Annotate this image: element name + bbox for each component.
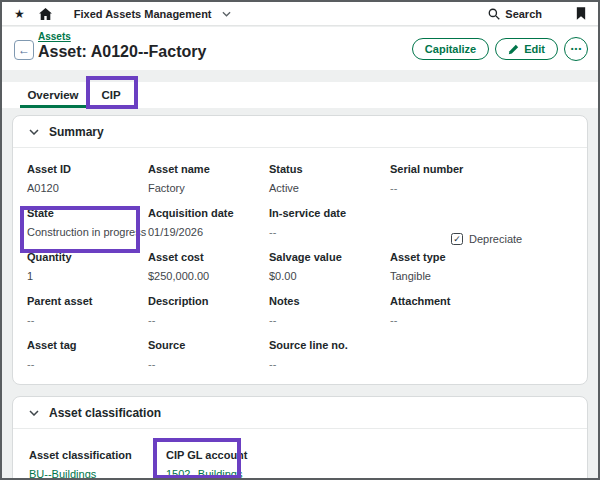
field-source-line-no: Source line no. --: [269, 339, 390, 383]
more-actions-button[interactable]: •••: [564, 37, 588, 61]
chevron-down-icon: [29, 410, 39, 416]
capitalize-button[interactable]: Capitalize: [412, 38, 489, 60]
field-label: Asset cost: [148, 251, 269, 263]
summary-field-grid: Asset ID A0120 Asset name Factory Status…: [13, 148, 587, 383]
field-value: $0.00: [269, 270, 390, 282]
field-value: --: [390, 314, 573, 326]
field-serial-number: Serial number --: [390, 163, 573, 207]
tab-bar: Overview CIP: [2, 82, 598, 108]
field-value: --: [390, 182, 573, 194]
depreciate-checkbox[interactable]: ✓: [451, 233, 463, 245]
field-parent-asset: Parent asset --: [27, 295, 148, 339]
tab-cip-label: CIP: [101, 89, 120, 101]
field-asset-classification: Asset classification BU--Buildings: [29, 449, 166, 480]
field-label: Asset type: [390, 251, 573, 263]
summary-title: Summary: [49, 125, 104, 139]
summary-section-header[interactable]: Summary: [13, 116, 587, 148]
field-label: CIP GL account: [166, 449, 571, 461]
breadcrumb-assets-link[interactable]: Assets: [38, 31, 71, 42]
top-navigation-bar: ★ Fixed Assets Management Search: [2, 2, 598, 26]
field-description: Description --: [148, 295, 269, 339]
asset-classification-title: Asset classification: [49, 406, 161, 420]
field-value: Construction in progress: [27, 226, 148, 238]
bookmark-icon[interactable]: [576, 7, 586, 20]
field-asset-cost: Asset cost $250,000.00: [148, 251, 269, 295]
field-value: --: [269, 358, 390, 370]
field-cip-gl-account: CIP GL account 1502--Buildings: [166, 449, 571, 480]
tab-overview-label: Overview: [27, 89, 78, 101]
asset-classification-link[interactable]: BU--Buildings: [29, 468, 96, 480]
tab-overview[interactable]: Overview: [20, 82, 86, 108]
field-value: Active: [269, 182, 390, 194]
home-icon[interactable]: [39, 8, 52, 20]
field-label: State: [27, 207, 148, 219]
field-value: 01/19/2026: [148, 226, 269, 238]
field-quantity: Quantity 1: [27, 251, 148, 295]
app-switcher-menu[interactable]: Fixed Assets Management: [74, 8, 231, 20]
field-value: --: [27, 358, 148, 370]
search-icon: [488, 8, 500, 20]
field-label: Salvage value: [269, 251, 390, 263]
field-attachment: Attachment --: [390, 295, 573, 339]
capitalize-label: Capitalize: [425, 43, 476, 55]
edit-button[interactable]: Edit: [495, 38, 558, 60]
header-actions: Capitalize Edit •••: [412, 37, 588, 61]
field-label: Source: [148, 339, 269, 351]
field-value: --: [148, 314, 269, 326]
empty-cell: [390, 339, 573, 383]
field-label: Acquisition date: [148, 207, 269, 219]
field-salvage-value: Salvage value $0.00: [269, 251, 390, 295]
chevron-down-icon: [222, 11, 231, 17]
field-label: Parent asset: [27, 295, 148, 307]
field-label: Source line no.: [269, 339, 390, 351]
page-header: ← Assets Asset: A0120--Factory Capitaliz…: [2, 27, 598, 70]
summary-section: Summary Asset ID A0120 Asset name Factor…: [12, 115, 588, 385]
field-value: $250,000.00: [148, 270, 269, 282]
field-value: Factory: [148, 182, 269, 194]
pencil-icon: [508, 44, 519, 55]
tab-cip[interactable]: CIP: [86, 82, 136, 108]
field-value: --: [148, 358, 269, 370]
field-label: Asset ID: [27, 163, 148, 175]
favorite-star-icon[interactable]: ★: [14, 8, 25, 20]
field-value: --: [269, 226, 390, 238]
field-asset-type: Asset type Tangible: [390, 251, 573, 295]
field-label: Status: [269, 163, 390, 175]
chevron-down-icon: [29, 129, 39, 135]
field-label: Quantity: [27, 251, 148, 263]
field-in-service-date: In-service date --: [269, 207, 390, 251]
field-status: Status Active: [269, 163, 390, 207]
field-label: In-service date: [269, 207, 390, 219]
page-title: Asset: A0120--Factory: [38, 43, 206, 61]
field-value: Tangible: [390, 270, 573, 282]
back-button[interactable]: ←: [14, 40, 34, 60]
asset-classification-section: Asset classification Asset classificatio…: [12, 396, 588, 480]
app-name-label: Fixed Assets Management: [74, 8, 212, 20]
field-acquisition-date: Acquisition date 01/19/2026: [148, 207, 269, 251]
search-button[interactable]: Search: [488, 8, 542, 20]
field-label: Notes: [269, 295, 390, 307]
field-label: Serial number: [390, 163, 573, 175]
field-notes: Notes --: [269, 295, 390, 339]
field-asset-name: Asset name Factory: [148, 163, 269, 207]
field-value: 1: [27, 270, 148, 282]
classification-field-grid: Asset classification BU--Buildings CIP G…: [13, 429, 587, 480]
field-value: --: [269, 314, 390, 326]
field-asset-tag: Asset tag --: [27, 339, 148, 383]
cip-gl-account-link[interactable]: 1502--Buildings: [166, 468, 242, 480]
search-label: Search: [505, 8, 542, 20]
field-label: Description: [148, 295, 269, 307]
field-label: Asset tag: [27, 339, 148, 351]
field-source: Source --: [148, 339, 269, 383]
field-label: Attachment: [390, 295, 573, 307]
field-depreciate: ✓ Depreciate: [390, 207, 573, 251]
field-label: Asset name: [148, 163, 269, 175]
edit-label: Edit: [524, 43, 545, 55]
field-asset-id: Asset ID A0120: [27, 163, 148, 207]
field-state: State Construction in progress: [27, 207, 148, 251]
asset-classification-section-header[interactable]: Asset classification: [13, 397, 587, 429]
depreciate-label: Depreciate: [469, 233, 522, 245]
field-label: Asset classification: [29, 449, 166, 461]
field-value: --: [27, 314, 148, 326]
field-value: A0120: [27, 182, 148, 194]
